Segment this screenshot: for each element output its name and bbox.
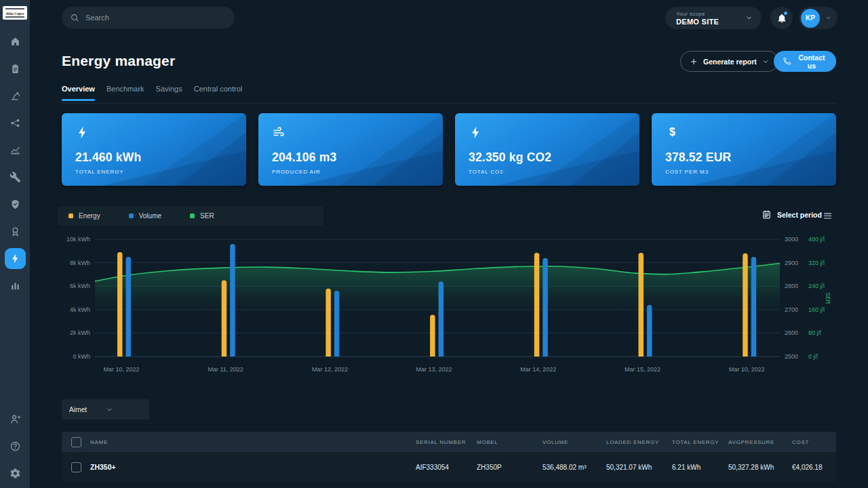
right-axis-secondary-tick: 2600 xyxy=(785,329,798,336)
search-input[interactable] xyxy=(85,14,226,22)
volume-bar xyxy=(647,305,652,357)
cell-avgpressure: 50,327.28 kWh xyxy=(728,464,792,471)
column-header: VOLUME xyxy=(542,439,606,445)
right-axis-secondary-tick: 2500 xyxy=(785,353,798,360)
plus-icon xyxy=(690,58,698,66)
sidebar-item-certification[interactable] xyxy=(0,218,30,245)
energy-chart[interactable]: 10k kWh3000400 j/l8k kWh2900320 j/l6k kW… xyxy=(58,234,837,380)
network-filter-dropdown[interactable]: Airnet xyxy=(62,399,149,420)
scope-label: Your scope xyxy=(676,11,745,17)
left-axis-tick: 2k kWh xyxy=(70,329,90,336)
right-axis-title: SER xyxy=(825,292,831,304)
legend-item-ser[interactable]: SER xyxy=(190,212,214,220)
sidebar: Atlas Copco xyxy=(0,0,30,488)
wrench-icon xyxy=(9,171,21,183)
home-icon xyxy=(9,36,21,47)
kpi-label: TOTAL ENERGY xyxy=(75,169,124,175)
sidebar-item-network[interactable] xyxy=(0,109,30,136)
chart-svg: 10k kWh3000400 j/l8k kWh2900320 j/l6k kW… xyxy=(58,234,837,380)
energy-bar xyxy=(534,253,540,357)
sidebar-item-security[interactable] xyxy=(0,190,30,218)
add-user-icon xyxy=(9,413,21,425)
energy-bar xyxy=(222,281,227,357)
left-axis-tick: 4k kWh xyxy=(70,306,90,313)
svg-text:$: $ xyxy=(669,126,675,138)
kpi-label: COST PER M3 xyxy=(665,169,709,175)
user-menu[interactable]: KP xyxy=(799,7,837,29)
x-axis-label: Mar 12, 2022 xyxy=(312,366,348,373)
volume-bar xyxy=(230,244,235,357)
legend-label: Volume xyxy=(139,212,161,220)
select-period-button[interactable]: Select period xyxy=(762,209,822,220)
volume-bar xyxy=(751,257,757,357)
calendar-icon xyxy=(762,209,772,220)
sidebar-item-energy[interactable] xyxy=(0,245,30,272)
atlas-copco-logo[interactable]: Atlas Copco xyxy=(3,6,27,20)
x-axis-label: Mar 10, 2022 xyxy=(729,366,765,373)
volume-bar xyxy=(334,291,340,357)
row-checkbox[interactable] xyxy=(71,462,81,472)
sidebar-item-home[interactable] xyxy=(0,28,30,55)
right-axis-secondary-tick: 2700 xyxy=(785,306,798,313)
tab-central-control[interactable]: Central control xyxy=(194,85,243,101)
legend-item-energy[interactable]: Energy xyxy=(68,212,100,220)
sidebar-bottom-nav xyxy=(0,405,30,487)
compressor-table: NAMESERIAL NUMBERMOBELVOLUMELOADED ENERG… xyxy=(62,432,836,482)
cell-volume: 536,488.02 m³ xyxy=(542,464,606,471)
kpi-card-total-co2[interactable]: 32.350 kg CO2TOTAL CO2 xyxy=(455,113,639,186)
sidebar-item-analytics[interactable] xyxy=(0,136,30,163)
tab-benchmark[interactable]: Benchmark xyxy=(106,85,144,101)
active-highlight xyxy=(5,248,26,269)
tab-bar: OverviewBenchmarkSavingsCentral control xyxy=(62,85,242,101)
kpi-card-cost-per-m3[interactable]: $378.52 EURCOST PER M3 xyxy=(652,113,836,186)
avatar: KP xyxy=(801,9,820,28)
kpi-label: PRODUCED AIR xyxy=(272,169,321,175)
sidebar-item-equipment[interactable] xyxy=(0,82,30,109)
energy-bar xyxy=(430,315,435,357)
column-header: NAME xyxy=(90,439,416,445)
contact-us-button[interactable]: Contact us xyxy=(774,51,836,72)
sidebar-item-service[interactable] xyxy=(0,163,30,190)
notifications-button[interactable] xyxy=(770,7,793,29)
kpi-card-total-energy[interactable]: 21.460 kWhTOTAL ENERGY xyxy=(62,113,246,186)
chevron-down-icon xyxy=(745,14,753,22)
energy-bar xyxy=(639,253,644,357)
chart-legend: EnergyVolumeSER xyxy=(58,206,323,226)
select-all-checkbox[interactable] xyxy=(71,437,81,447)
tab-savings[interactable]: Savings xyxy=(156,85,182,101)
legend-label: SER xyxy=(200,212,214,220)
network-icon xyxy=(9,117,21,129)
right-axis-tick: 80 j/l xyxy=(808,329,821,336)
chart-menu-icon[interactable] xyxy=(821,211,834,221)
cell-total-energy: 6.21 kWh xyxy=(672,464,728,471)
sidebar-item-reports[interactable] xyxy=(0,272,30,299)
legend-item-volume[interactable]: Volume xyxy=(129,212,161,220)
help-icon xyxy=(9,441,21,452)
volume-bar xyxy=(542,258,548,357)
sidebar-item-settings[interactable] xyxy=(0,460,30,487)
column-header: MOBEL xyxy=(477,439,542,445)
column-header: TOTAL ENERGY xyxy=(672,439,728,445)
bar-chart-icon xyxy=(9,280,21,291)
kpi-card-produced-air[interactable]: 204.106 m3PRODUCED AIR xyxy=(258,113,443,186)
right-axis-tick: 320 j/l xyxy=(808,260,825,266)
generate-report-button[interactable]: Generate report xyxy=(680,51,778,72)
cell-cost: €4,026.18 xyxy=(792,464,836,471)
left-axis-tick: 6k kWh xyxy=(70,283,90,289)
chevron-down-icon xyxy=(820,15,831,21)
x-axis-label: Mar 14, 2022 xyxy=(520,366,556,373)
cell-serial-number: AIF333054 xyxy=(416,464,477,471)
sidebar-item-assets[interactable] xyxy=(0,55,30,82)
x-axis-label: Mar 15, 2022 xyxy=(625,366,660,373)
sidebar-item-add-user[interactable] xyxy=(0,405,30,432)
right-axis-tick: 240 j/l xyxy=(808,283,825,289)
tab-overview[interactable]: Overview xyxy=(62,85,95,101)
sidebar-item-help[interactable] xyxy=(0,432,30,460)
table-row[interactable]: ZH350+AIF333054ZH350P536,488.02 m³50,321… xyxy=(62,452,836,482)
scope-selector[interactable]: Your scope DEMO SITE xyxy=(665,7,762,29)
search-bar[interactable] xyxy=(62,7,235,28)
chevron-down-icon xyxy=(106,406,142,413)
kpi-value: 204.106 m3 xyxy=(272,150,336,165)
x-axis-label: Mar 11, 2022 xyxy=(208,366,243,373)
left-axis-tick: 8k kWh xyxy=(70,260,90,266)
